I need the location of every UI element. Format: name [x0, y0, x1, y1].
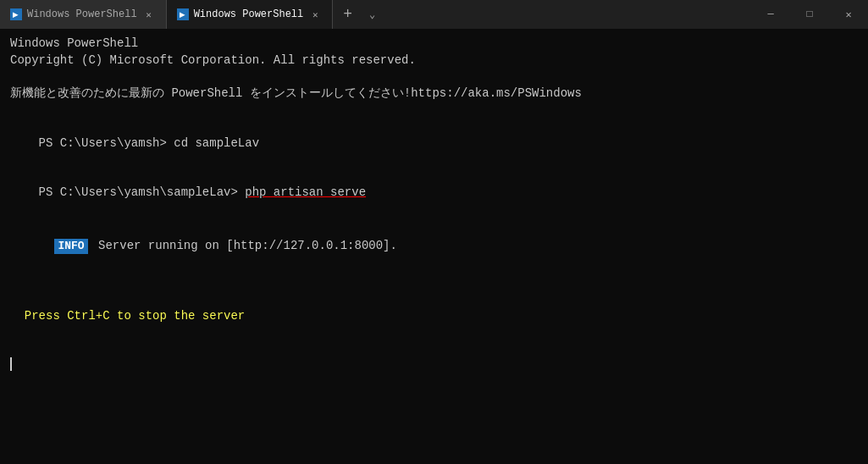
terminal-cmd-1: cd sampleLav	[174, 136, 259, 150]
terminal-blank-1	[10, 69, 858, 86]
terminal-press-ctrl: Press Ctrl+C to stop the server	[10, 271, 858, 357]
titlebar: ▶ Windows PowerShell ✕ ▶ Windows PowerSh…	[0, 0, 868, 29]
terminal-line-6: PS C:\Users\yamsh> cd sampleLav	[10, 119, 858, 168]
svg-text:▶: ▶	[180, 11, 185, 19]
window-controls: — □ ✕	[751, 0, 868, 29]
svg-text:▶: ▶	[13, 11, 19, 19]
terminal-area[interactable]: Windows PowerShell Copyright (C) Microso…	[0, 29, 868, 464]
info-badge: INFO	[54, 239, 87, 254]
terminal-line-4: 新機能と改善のために最新の PowerShell をインストールしてください!h…	[10, 86, 858, 102]
tab-1-icon: ▶	[10, 8, 22, 20]
terminal-cursor	[10, 357, 12, 371]
tab-2-label: Windows PowerShell	[194, 8, 304, 20]
terminal-line-1: Windows PowerShell	[10, 36, 858, 52]
tab-1-label: Windows PowerShell	[27, 8, 137, 20]
cursor-line	[10, 357, 858, 371]
tab-dropdown-button[interactable]: ⌄	[362, 0, 382, 29]
tab-2-close[interactable]: ✕	[308, 8, 322, 21]
terminal-cmd-2: php artisan serve	[245, 185, 366, 199]
tab-1[interactable]: ▶ Windows PowerShell ✕	[0, 0, 167, 29]
terminal-prompt-2: PS C:\Users\yamsh\sampleLav>	[39, 185, 246, 199]
terminal-line-7: PS C:\Users\yamsh\sampleLav> php artisan…	[10, 168, 858, 218]
maximize-button[interactable]: □	[790, 0, 829, 29]
new-tab-button[interactable]: +	[333, 0, 362, 29]
terminal-blank-2	[10, 102, 858, 119]
terminal-line-2: Copyright (C) Microsoft Corporation. All…	[10, 52, 858, 69]
terminal-prompt-1: PS C:\Users\yamsh>	[39, 136, 174, 150]
tab-2[interactable]: ▶ Windows PowerShell ✕	[167, 0, 334, 29]
tab-2-icon: ▶	[177, 8, 189, 20]
server-text: Server running on [http://127.0.0.1:8000…	[91, 239, 397, 252]
close-button[interactable]: ✕	[829, 0, 868, 29]
terminal-info-line: INFO Server running on [http://127.0.0.1…	[10, 222, 858, 272]
tab-1-close[interactable]: ✕	[142, 8, 156, 21]
minimize-button[interactable]: —	[751, 0, 790, 29]
tabs-area: ▶ Windows PowerShell ✕ ▶ Windows PowerSh…	[0, 0, 751, 29]
